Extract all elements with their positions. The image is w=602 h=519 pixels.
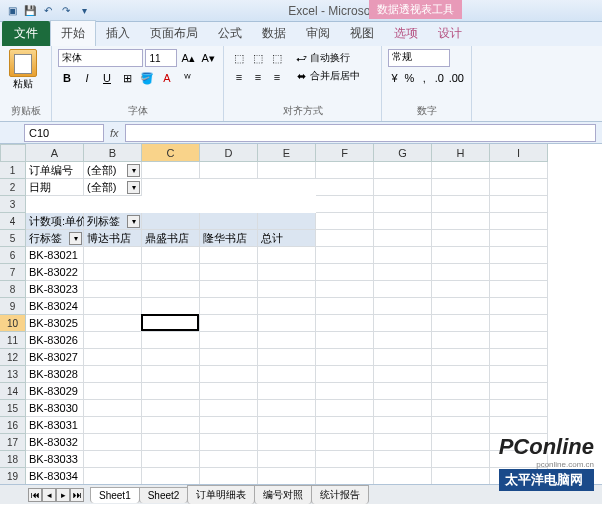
paste-button[interactable]: 粘贴 [6,49,40,91]
row-header-15[interactable]: 15 [0,400,26,417]
col-header-D[interactable]: D [200,144,258,162]
bold-button[interactable]: B [58,69,76,87]
cell-A9[interactable]: BK-83024 [26,298,84,315]
border-button[interactable]: ⊞ [118,69,136,87]
row-header-10[interactable]: 10 [0,315,26,332]
italic-button[interactable]: I [78,69,96,87]
phonetic-button[interactable]: ᵂ [178,69,196,87]
col-header-C[interactable]: C [142,144,200,162]
col-header-B[interactable]: B [84,144,142,162]
col-header-F[interactable]: F [316,144,374,162]
number-format-combo[interactable]: 常规 [388,49,450,67]
align-top-icon[interactable]: ⬚ [230,49,248,67]
cell-A2[interactable]: 日期 [26,179,84,196]
decrease-font-icon[interactable]: A▾ [199,49,217,67]
cell-A15[interactable]: BK-83030 [26,400,84,417]
redo-icon[interactable]: ↷ [58,3,74,19]
filter-dropdown[interactable]: ▾ [127,181,140,194]
row-header-11[interactable]: 11 [0,332,26,349]
row-header-8[interactable]: 8 [0,281,26,298]
cell-B5[interactable]: 博达书店 [84,230,142,247]
cell-A1[interactable]: 订单编号 [26,162,84,179]
col-header-I[interactable]: I [490,144,548,162]
tab-options[interactable]: 选项 [384,21,428,46]
select-all-corner[interactable] [0,144,26,162]
cell-D4[interactable] [200,213,258,230]
merge-label[interactable]: 合并后居中 [310,69,360,83]
cell-A8[interactable]: BK-83023 [26,281,84,298]
cell-A7[interactable]: BK-83022 [26,264,84,281]
qat-dropdown-icon[interactable]: ▾ [76,3,92,19]
cell-E5[interactable]: 总计 [258,230,316,247]
tab-insert[interactable]: 插入 [96,21,140,46]
filter-dropdown[interactable]: ▾ [127,164,140,177]
row-header-4[interactable]: 4 [0,213,26,230]
row-header-2[interactable]: 2 [0,179,26,196]
sheet-nav-first-icon[interactable]: ⏮ [28,488,42,502]
row-header-1[interactable]: 1 [0,162,26,179]
cell-A11[interactable]: BK-83026 [26,332,84,349]
align-left-icon[interactable]: ≡ [230,68,248,86]
cell-D5[interactable]: 隆华书店 [200,230,258,247]
sheet-nav-prev-icon[interactable]: ◂ [42,488,56,502]
align-middle-icon[interactable]: ⬚ [249,49,267,67]
sheet-tab-1[interactable]: Sheet1 [90,487,140,503]
align-bottom-icon[interactable]: ⬚ [268,49,286,67]
name-box[interactable]: C10 [24,124,104,142]
tab-design[interactable]: 设计 [428,21,472,46]
row-header-14[interactable]: 14 [0,383,26,400]
tab-data[interactable]: 数据 [252,21,296,46]
cell-E4[interactable] [258,213,316,230]
formula-bar[interactable] [125,124,596,142]
row-header-18[interactable]: 18 [0,451,26,468]
comma-icon[interactable]: , [418,69,431,87]
underline-button[interactable]: U [98,69,116,87]
cell-C4[interactable] [142,213,200,230]
save-icon[interactable]: 💾 [22,3,38,19]
align-right-icon[interactable]: ≡ [268,68,286,86]
percent-icon[interactable]: % [403,69,416,87]
fill-color-button[interactable]: 🪣 [138,69,156,87]
font-name-combo[interactable]: 宋体 [58,49,143,67]
align-center-icon[interactable]: ≡ [249,68,267,86]
row-header-3[interactable]: 3 [0,196,26,213]
row-header-17[interactable]: 17 [0,434,26,451]
col-header-H[interactable]: H [432,144,490,162]
cell-A17[interactable]: BK-83032 [26,434,84,451]
sheet-nav-last-icon[interactable]: ⏭ [70,488,84,502]
col-header-G[interactable]: G [374,144,432,162]
cell-A13[interactable]: BK-83028 [26,366,84,383]
filter-dropdown[interactable]: ▾ [69,232,82,245]
row-header-12[interactable]: 12 [0,349,26,366]
tab-view[interactable]: 视图 [340,21,384,46]
tab-file[interactable]: 文件 [2,21,50,46]
tab-layout[interactable]: 页面布局 [140,21,208,46]
row-header-9[interactable]: 9 [0,298,26,315]
active-cell[interactable] [141,314,199,331]
sheet-nav-next-icon[interactable]: ▸ [56,488,70,502]
font-size-combo[interactable]: 11 [145,49,177,67]
currency-icon[interactable]: ¥ [388,69,401,87]
cell-A18[interactable]: BK-83033 [26,451,84,468]
decrease-decimal-icon[interactable]: .00 [448,69,465,87]
sheet-tab-4[interactable]: 编号对照 [254,485,312,504]
row-header-19[interactable]: 19 [0,468,26,484]
merge-icon[interactable]: ⬌ [292,67,310,85]
filter-dropdown[interactable]: ▾ [127,215,140,228]
row-header-5[interactable]: 5 [0,230,26,247]
cell-A10[interactable]: BK-83025 [26,315,84,332]
tab-review[interactable]: 审阅 [296,21,340,46]
increase-font-icon[interactable]: A▴ [179,49,197,67]
increase-decimal-icon[interactable]: .0 [433,69,446,87]
sheet-tab-2[interactable]: Sheet2 [139,487,189,503]
cell-C5[interactable]: 鼎盛书店 [142,230,200,247]
cell-A12[interactable]: BK-83027 [26,349,84,366]
sheet-tab-3[interactable]: 订单明细表 [187,485,255,504]
tab-home[interactable]: 开始 [50,20,96,46]
wrap-text-icon[interactable]: ⮐ [292,49,310,67]
cell-A14[interactable]: BK-83029 [26,383,84,400]
cell-A16[interactable]: BK-83031 [26,417,84,434]
sheet-tab-5[interactable]: 统计报告 [311,485,369,504]
font-color-button[interactable]: A [158,69,176,87]
row-header-13[interactable]: 13 [0,366,26,383]
